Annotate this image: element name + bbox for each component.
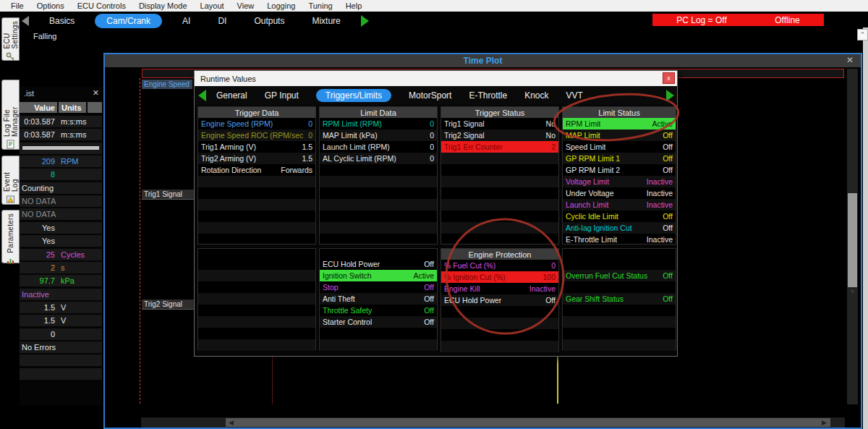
runtime-row-value: Off [663, 224, 673, 232]
runtime-row-label: Trig1 Err Counter [444, 143, 503, 151]
watch-row: 0:03.587m:s:ms [20, 116, 102, 127]
watch-unit: V [57, 316, 66, 325]
runtime-row-value: 0 [430, 131, 434, 140]
runtime-dialog-titlebar[interactable]: Runtime Values x [195, 71, 677, 86]
runtime-row [198, 211, 315, 222]
runtime-row-value: Off [545, 296, 556, 305]
runtime-tabs-scroll-right-icon[interactable] [666, 90, 674, 101]
panel-spacer [198, 249, 315, 258]
watch-row: 0 [20, 328, 102, 340]
menu-file[interactable]: File [4, 1, 30, 10]
time-plot-titlebar[interactable]: Time Plot ✕ [105, 54, 861, 67]
menu-tuning[interactable]: Tuning [302, 1, 339, 10]
sidebar-tab-event-log[interactable]: Event Log [1, 156, 20, 205]
watch-value: 25 [20, 250, 57, 259]
runtime-row-label: Ignition Switch [323, 271, 372, 280]
runtime-row-label: Engine Kill [444, 284, 480, 293]
runtime-row-value: Inactive [529, 284, 556, 293]
runtime-tab-general[interactable]: General [216, 90, 247, 101]
runtime-row: MAP Limit (kPa)0 [320, 129, 437, 141]
runtime-row-label: RPM Limit [566, 119, 600, 128]
menu-options[interactable]: Options [30, 1, 71, 10]
runtime-tabs-scroll-left-icon[interactable] [198, 90, 206, 101]
vertical-scrollbar-thumb[interactable] [848, 193, 857, 287]
tab-di[interactable]: DI [210, 14, 234, 28]
runtime-row-value: Inactive [647, 189, 673, 197]
panel-spacer [563, 249, 676, 258]
runtime-row [198, 316, 315, 328]
scroll-right-icon[interactable]: ▶ [822, 419, 827, 426]
runtime-row-value: 0 [430, 143, 434, 151]
tab-scroll-right-icon[interactable] [361, 15, 369, 27]
watch-value: Counting [20, 184, 85, 192]
menu-logging[interactable]: Logging [260, 1, 302, 10]
panel-header: Limit Data [320, 107, 437, 118]
runtime-row-label: E-Throttle Limit [566, 235, 617, 244]
runtime-tab-vvt[interactable]: VVT [566, 90, 583, 101]
runtime-tab-triggers-limits[interactable]: Triggers/Limits [316, 89, 391, 102]
runtime-row-value: Off [663, 212, 673, 221]
scroll-up-icon[interactable]: ⌃ [857, 29, 868, 41]
runtime-row [320, 176, 437, 187]
runtime-row [320, 187, 437, 199]
menu-display-mode[interactable]: Display Mode [132, 1, 194, 10]
menu-ecu-controls[interactable]: ECU Controls [71, 1, 132, 10]
scroll-left-icon[interactable]: ◀ [229, 419, 234, 426]
runtime-row-label: ECU Hold Power [444, 296, 501, 305]
watch-unit: RPM [57, 157, 78, 166]
scroll-down-icon[interactable]: ▼ [849, 288, 856, 295]
watch-unit: kPa [57, 276, 75, 285]
watch-value: NO DATA [20, 197, 85, 205]
menu-view[interactable]: View [231, 1, 261, 10]
runtime-row-label: GP RPM Limit 2 [566, 166, 620, 174]
sidebar-tab-ecu-settings[interactable]: ECU Settings [1, 17, 20, 61]
tab-ai[interactable]: AI [175, 14, 197, 28]
runtime-row-value: No [546, 131, 556, 140]
runtime-row-label: Throttle Safety [323, 306, 372, 315]
runtime-row-label: Launch Limit (RPM) [323, 143, 390, 151]
runtime-row [320, 222, 437, 234]
watch-value: 0:03.587 [20, 117, 57, 126]
app-window: FileOptionsECU ControlsDisplay ModeLayou… [0, 0, 868, 429]
tab-outputs[interactable]: Outputs [247, 14, 292, 28]
legend-engine-speed[interactable]: Engine Speed [142, 80, 192, 89]
tab-mixture[interactable]: Mixture [305, 14, 347, 28]
watch-unit: s [57, 263, 65, 272]
runtime-tab-gp-input[interactable]: GP Input [265, 90, 299, 101]
menu-help[interactable]: Help [339, 1, 369, 10]
runtime-row-label: GP RPM Limit 1 [566, 154, 620, 163]
runtime-row [320, 339, 437, 351]
runtime-row-label: Trig2 Signal [444, 131, 485, 140]
runtime-panel-trigger-data: Trigger DataEngine Speed (RPM)0Engine Sp… [197, 106, 316, 245]
watch-row: 209RPM [20, 156, 102, 167]
runtime-tab-motorsport[interactable]: MotorSport [409, 90, 451, 101]
watch-row: Yes [20, 235, 102, 247]
menu-layout[interactable]: Layout [194, 1, 231, 10]
panel-header: Limit Status [563, 107, 676, 118]
close-icon[interactable]: ✕ [93, 88, 99, 98]
runtime-row-label: MAP Limit (kPa) [323, 131, 378, 140]
runtime-tab-e-throttle[interactable]: E-Throttle [469, 90, 507, 101]
watch-row: Inactive [20, 289, 102, 300]
watch-row: 2s [20, 262, 102, 273]
tab-scroll-left-icon[interactable] [22, 16, 29, 26]
runtime-row-value: Inactive [647, 200, 673, 209]
sidebar-tab-log-file-manager[interactable]: Log File Manager [1, 80, 20, 150]
runtime-row [198, 176, 315, 187]
tab-basics[interactable]: Basics [42, 14, 82, 28]
runtime-row [441, 187, 558, 199]
watch-value: 1.5 [20, 303, 57, 312]
close-icon[interactable]: x [663, 72, 675, 84]
runtime-row-label: Trig1 Signal [444, 119, 485, 128]
horizontal-scrollbar-thumb[interactable] [226, 418, 830, 427]
runtime-row [320, 164, 437, 176]
connection-status: Offline [775, 15, 799, 25]
sidebar-tab-label: Parameters [7, 213, 14, 253]
runtime-tab-knock[interactable]: Knock [524, 90, 548, 101]
runtime-row [441, 211, 558, 222]
runtime-row [441, 234, 558, 245]
sidebar-tab-parameters[interactable]: Parameters [1, 210, 20, 263]
tab-cam-crank[interactable]: Cam/Crank [95, 14, 162, 28]
watch-value: 1.5 [20, 316, 57, 325]
close-icon[interactable]: ✕ [846, 55, 854, 65]
